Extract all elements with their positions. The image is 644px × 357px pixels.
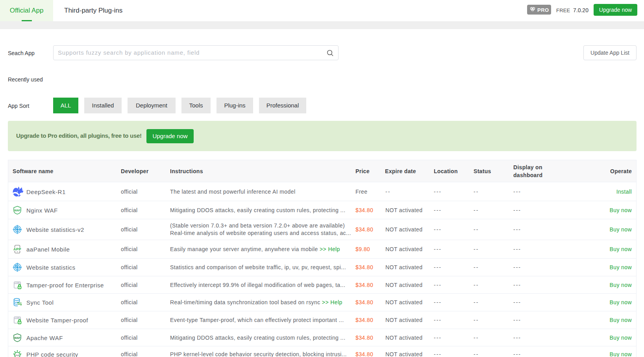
svg-text:WAF: WAF [14, 208, 21, 212]
svg-text:APP: APP [13, 247, 21, 251]
svg-text:PHP: PHP [15, 354, 19, 357]
svg-text:WAF: WAF [14, 336, 21, 339]
